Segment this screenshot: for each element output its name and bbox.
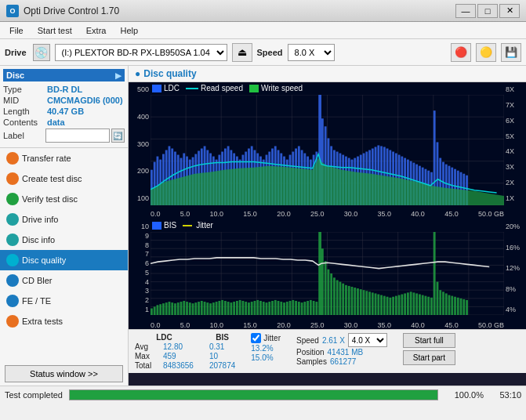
read-speed-legend-box xyxy=(186,88,198,89)
sidebar-item-disc-info[interactable]: Disc info xyxy=(0,230,128,250)
sidebar-item-transfer-rate[interactable]: Transfer rate xyxy=(0,148,128,168)
start-full-button[interactable]: Start full xyxy=(403,333,455,348)
menu-file[interactable]: File xyxy=(3,24,30,37)
svg-rect-241 xyxy=(425,296,427,315)
svg-rect-249 xyxy=(448,295,451,315)
chart-top-legend: LDC Read speed Write speed xyxy=(152,84,303,92)
mid-label: MID xyxy=(3,96,47,105)
window-controls: — □ ✕ xyxy=(455,4,520,18)
disc-section: Disc ▶ Type BD-R DL MID CMCMAGDI6 (000) … xyxy=(0,66,128,148)
svg-rect-193 xyxy=(283,302,285,315)
sidebar-item-drive-info[interactable]: Drive info xyxy=(0,209,128,230)
type-value: BD-R DL xyxy=(47,85,82,94)
svg-rect-172 xyxy=(221,300,223,315)
svg-rect-224 xyxy=(375,293,377,315)
svg-rect-153 xyxy=(165,302,168,315)
svg-rect-160 xyxy=(186,302,188,315)
sidebar-item-verify-test-disc[interactable]: Verify test disc xyxy=(0,189,128,209)
drive-info-icon xyxy=(6,213,19,226)
svg-rect-165 xyxy=(201,301,203,315)
contents-label: Contents xyxy=(3,118,47,127)
drive-select[interactable]: (I:) PLEXTOR BD-R PX-LB950SA 1.04 xyxy=(55,44,227,61)
sidebar-item-cd-bler[interactable]: CD Bler xyxy=(0,270,128,291)
svg-rect-191 xyxy=(278,301,280,315)
svg-rect-226 xyxy=(380,295,383,315)
jitter-stats: Jitter 13.2% 15.0% xyxy=(251,333,281,362)
svg-rect-149 xyxy=(154,306,156,315)
svg-rect-190 xyxy=(274,300,277,315)
transfer-rate-icon xyxy=(6,152,19,165)
svg-rect-186 xyxy=(263,302,265,315)
svg-rect-212 xyxy=(339,282,342,315)
svg-rect-154 xyxy=(169,302,171,315)
svg-rect-163 xyxy=(194,302,197,315)
svg-rect-214 xyxy=(345,285,347,315)
svg-rect-170 xyxy=(216,302,218,315)
svg-rect-202 xyxy=(310,300,312,315)
stats-area: LDC Avg 12.80 Max 459 Total 8483656 BIS xyxy=(129,329,526,373)
svg-rect-194 xyxy=(286,302,288,315)
mid-value: CMCMAGDI6 (000) xyxy=(47,96,123,105)
svg-rect-210 xyxy=(333,277,336,315)
jitter-checkbox[interactable] xyxy=(251,333,261,343)
close-button[interactable]: ✕ xyxy=(499,4,520,18)
svg-rect-185 xyxy=(259,301,262,315)
toolbar-btn2[interactable]: 🟡 xyxy=(476,43,496,62)
label-input[interactable] xyxy=(45,129,110,143)
svg-rect-175 xyxy=(230,302,232,315)
svg-rect-234 xyxy=(404,293,406,315)
ldc-stats: LDC Avg 12.80 Max 459 Total 8483656 xyxy=(135,333,194,370)
sidebar-item-create-test-disc[interactable]: Create test disc xyxy=(0,168,128,189)
svg-rect-213 xyxy=(342,284,344,315)
svg-rect-179 xyxy=(242,301,245,315)
toolbar-btn1[interactable]: 🔴 xyxy=(451,43,471,62)
eject-button[interactable]: ⏏ xyxy=(232,43,252,62)
svg-rect-244 xyxy=(433,232,436,315)
svg-rect-181 xyxy=(248,302,250,315)
speed-select[interactable]: 8.0 X xyxy=(288,44,335,61)
start-part-button[interactable]: Start part xyxy=(403,350,455,365)
svg-rect-184 xyxy=(256,300,259,315)
svg-rect-220 xyxy=(363,290,365,315)
top-chart-svg xyxy=(151,95,504,205)
svg-rect-174 xyxy=(227,302,230,315)
svg-rect-225 xyxy=(377,295,379,316)
top-chart-y-axis-right: 8X 7X 6X 5X 4X 3X 2X 1X xyxy=(504,82,526,204)
chart-bottom: BIS Jitter 10 9 8 7 6 5 4 3 2 1 xyxy=(129,219,526,329)
sidebar-item-disc-quality[interactable]: Disc quality xyxy=(0,250,128,270)
top-chart-y-axis-left: 500 400 300 200 100 xyxy=(129,82,151,204)
svg-rect-200 xyxy=(303,302,306,315)
svg-rect-164 xyxy=(198,302,200,315)
svg-rect-150 xyxy=(157,305,159,315)
save-button[interactable]: 💾 xyxy=(501,43,521,62)
svg-rect-222 xyxy=(368,291,371,315)
svg-rect-188 xyxy=(268,302,270,315)
menu-help[interactable]: Help xyxy=(114,24,144,37)
maximize-button[interactable]: □ xyxy=(477,4,498,18)
top-chart-x-axis: 0.0 5.0 10.0 15.0 20.0 25.0 30.0 35.0 40… xyxy=(151,210,504,218)
label-refresh-button[interactable]: 🔄 xyxy=(111,129,125,143)
progress-bar-fill xyxy=(70,390,437,400)
verify-test-disc-icon xyxy=(6,193,19,205)
menu-starttest[interactable]: Start test xyxy=(31,24,78,37)
svg-rect-243 xyxy=(430,298,433,315)
ldc-legend-box xyxy=(152,85,161,92)
svg-rect-206 xyxy=(321,248,324,315)
speed-position-stats: Speed 2.61 X 4.0 X Position 41431 MB Sam… xyxy=(296,333,387,366)
svg-rect-187 xyxy=(266,302,268,315)
svg-rect-228 xyxy=(386,297,389,315)
svg-rect-217 xyxy=(354,288,356,315)
svg-rect-155 xyxy=(171,302,173,315)
svg-rect-229 xyxy=(389,298,391,315)
status-window-button[interactable]: Status window >> xyxy=(5,365,123,382)
extra-tests-icon xyxy=(6,315,19,328)
svg-rect-254 xyxy=(463,299,465,315)
sidebar-item-fe-te[interactable]: FE / TE xyxy=(0,291,128,311)
svg-rect-205 xyxy=(318,232,321,315)
svg-rect-192 xyxy=(280,302,282,315)
fe-te-icon xyxy=(6,295,19,307)
minimize-button[interactable]: — xyxy=(455,4,476,18)
menu-extra[interactable]: Extra xyxy=(80,24,113,37)
sidebar-item-extra-tests[interactable]: Extra tests xyxy=(0,311,128,331)
stats-speed-select[interactable]: 4.0 X xyxy=(348,333,387,347)
